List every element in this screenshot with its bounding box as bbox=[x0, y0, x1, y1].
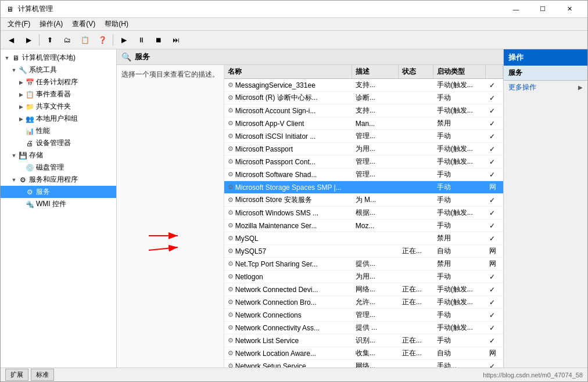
menu-view[interactable]: 查看(V) bbox=[67, 18, 100, 30]
table-row[interactable]: ⚙ Net.Tcp Port Sharing Ser... 提供... 禁用 网 bbox=[224, 258, 503, 271]
help-button[interactable]: ❓ bbox=[94, 33, 110, 48]
content-area: 🔍 服务 选择一个项目来查看它的描述。 名称 描述 状态 启动类型 bbox=[117, 49, 503, 367]
cell-startup: 手动(触发... bbox=[433, 104, 486, 117]
table-row[interactable]: ⚙ Microsoft Passport 为用... 手动(触发... ✓ bbox=[224, 143, 503, 156]
properties-button[interactable]: 📋 bbox=[77, 33, 93, 48]
cell-desc: 管理... bbox=[352, 309, 399, 321]
services-list[interactable]: 名称 描述 状态 启动类型 ⚙ MessagingService_331ee 支… bbox=[224, 65, 503, 367]
table-row[interactable]: ⚙ Microsoft Store 安装服务 为 M... 手动 ✓ bbox=[224, 194, 503, 207]
status-bar: 扩展 标准 https://blog.csdn.net/m0_47074_58 bbox=[1, 367, 587, 381]
tree-svc-label: 服务 bbox=[36, 187, 50, 197]
restart-button[interactable]: ⏭ bbox=[168, 33, 184, 48]
table-row[interactable]: ⚙ MySQL 禁用 ✓ bbox=[224, 232, 503, 245]
tree-wmi[interactable]: 🔩 WMI 控件 bbox=[1, 198, 116, 210]
table-row[interactable]: ⚙ Network List Service 识别... 正在... 手动 ✓ bbox=[224, 334, 503, 347]
tree-event-label: 事件查看器 bbox=[36, 89, 71, 99]
table-row[interactable]: ⚙ Microsoft Passport Cont... 管理... 手动(触发… bbox=[224, 156, 503, 168]
service-icon: ⚙ bbox=[228, 209, 234, 217]
table-row[interactable]: ⚙ Microsoft (R) 诊断中心标... 诊断... 手动 ✓ bbox=[224, 92, 503, 104]
stop-button[interactable]: ⏹ bbox=[150, 33, 167, 48]
back-button[interactable]: ◀ bbox=[3, 33, 19, 48]
tree-performance[interactable]: 📊 性能 bbox=[1, 125, 116, 137]
tree-shared-folders[interactable]: ▶ 📁 共享文件夹 bbox=[1, 100, 116, 113]
more-actions-item[interactable]: 更多操作 ▶ bbox=[504, 81, 587, 94]
up-button[interactable]: ⬆ bbox=[42, 33, 58, 48]
table-row[interactable]: ⚙ Mozilla Maintenance Ser... Moz... 手动 ✓ bbox=[224, 219, 503, 232]
tree-system-arrow: ▼ bbox=[10, 67, 18, 73]
perf-icon: 📊 bbox=[25, 127, 34, 136]
menu-file[interactable]: 文件(F) bbox=[3, 18, 35, 30]
tree-root[interactable]: ▼ 🖥 计算机管理(本地) bbox=[1, 52, 116, 64]
forward-button[interactable]: ▶ bbox=[20, 33, 37, 48]
cell-status bbox=[399, 207, 433, 219]
table-row[interactable]: ⚙ Network Connections 管理... 手动 ✓ bbox=[224, 309, 503, 322]
menu-help[interactable]: 帮助(H) bbox=[100, 18, 133, 30]
table-row[interactable]: ⚙ Microsoft Windows SMS ... 根据... 手动(触发.… bbox=[224, 207, 503, 219]
table-row[interactable]: ⚙ MySQL57 正在... 自动 网 bbox=[224, 245, 503, 258]
table-row[interactable]: ⚙ Network Location Aware... 收集... 正在... … bbox=[224, 347, 503, 360]
table-row[interactable]: ⚙ Network Connectivity Ass... 提供 ... 手动(… bbox=[224, 322, 503, 334]
cell-name: ⚙ Netlogon bbox=[224, 271, 352, 283]
cell-startup: 手动(触发... bbox=[433, 322, 486, 334]
table-row[interactable]: ⚙ Network Connection Bro... 允许... 正在... … bbox=[224, 296, 503, 309]
header-desc[interactable]: 描述 bbox=[352, 65, 399, 78]
tree-scheduler[interactable]: ▶ 📅 任务计划程序 bbox=[1, 76, 116, 88]
cell-startup: 手动 bbox=[433, 271, 486, 283]
cell-desc: 提供... bbox=[352, 258, 399, 270]
pause-button[interactable]: ⏸ bbox=[133, 33, 149, 48]
header-status[interactable]: 状态 bbox=[399, 65, 433, 78]
header-name[interactable]: 名称 bbox=[224, 65, 352, 78]
cell-startup: 手动(触发... bbox=[433, 143, 486, 155]
table-row[interactable]: ⚙ Microsoft Storage Spaces SMP |... 手动 网 bbox=[224, 181, 503, 194]
table-row[interactable]: ⚙ Microsoft App-V Client Man... 禁用 ✓ bbox=[224, 117, 503, 130]
table-row[interactable]: ⚙ Microsoft iSCSI Initiator ... 管理... 手动… bbox=[224, 130, 503, 143]
cell-desc: 管理... bbox=[352, 130, 399, 142]
cell-startup: 手动(触发... bbox=[433, 283, 486, 295]
cell-startup: 手动 bbox=[433, 181, 486, 193]
close-button[interactable]: ✕ bbox=[556, 1, 583, 18]
show-hide-button[interactable]: 🗂 bbox=[59, 33, 76, 48]
cell-extra: ✓ bbox=[486, 194, 503, 206]
service-icon: ⚙ bbox=[228, 311, 234, 319]
tree-event-viewer[interactable]: ▶ 📋 事件查看器 bbox=[1, 88, 116, 100]
tree-users-label: 本地用户和组 bbox=[36, 114, 78, 124]
disk-icon: 💿 bbox=[25, 163, 34, 172]
service-name: Network Connected Devi... bbox=[235, 286, 318, 294]
service-icon: ⚙ bbox=[228, 337, 234, 344]
table-row[interactable]: ⚙ Network Connected Devi... 网络... 正在... … bbox=[224, 283, 503, 296]
header-startup[interactable]: 启动类型 bbox=[433, 65, 486, 78]
tree-local-users[interactable]: ▶ 👥 本地用户和组 bbox=[1, 113, 116, 125]
tree-storage-label: 存储 bbox=[29, 150, 43, 160]
tree-device-manager[interactable]: 🖨 设备管理器 bbox=[1, 137, 116, 149]
cell-startup: 禁用 bbox=[433, 232, 486, 244]
service-icon: ⚙ bbox=[228, 273, 234, 280]
table-row[interactable]: ⚙ Microsoft Software Shad... 管理... 手动 ✓ bbox=[224, 168, 503, 181]
service-icon: ⚙ bbox=[228, 81, 234, 89]
table-row[interactable]: ⚙ Netlogon 为用... 手动 ✓ bbox=[224, 271, 503, 283]
tree-system-tools[interactable]: ▼ 🔧 系统工具 bbox=[1, 64, 116, 76]
table-row[interactable]: ⚙ MessagingService_331ee 支持... 手动(触发... … bbox=[224, 79, 503, 92]
minimize-button[interactable]: — bbox=[503, 1, 529, 18]
title-bar: 🖥 计算机管理 — ☐ ✕ bbox=[1, 1, 587, 18]
service-icon: ⚙ bbox=[228, 158, 234, 165]
tree-services[interactable]: ⚙ 服务 bbox=[1, 186, 116, 198]
service-name: Network List Service bbox=[235, 337, 299, 345]
table-row[interactable]: ⚙ Network Setup Service 网络... 手动... ✓ bbox=[224, 360, 503, 367]
service-name: MessagingService_331ee bbox=[235, 81, 315, 89]
tab-standard[interactable]: 标准 bbox=[31, 369, 54, 381]
cell-name: ⚙ Microsoft Passport bbox=[224, 143, 352, 155]
tree-disk-manager[interactable]: 💿 磁盘管理 bbox=[1, 161, 116, 174]
tab-expand[interactable]: 扩展 bbox=[5, 369, 28, 381]
tree-services-apps[interactable]: ▼ ⚙ 服务和应用程序 bbox=[1, 174, 116, 186]
event-icon: 📋 bbox=[25, 90, 34, 99]
maximize-button[interactable]: ☐ bbox=[529, 1, 556, 18]
service-icon: ⚙ bbox=[228, 260, 234, 268]
cell-name: ⚙ MySQL bbox=[224, 232, 352, 244]
cell-name: ⚙ Network Connections bbox=[224, 309, 352, 321]
tree-storage[interactable]: ▼ 💾 存储 bbox=[1, 149, 116, 161]
service-icon: ⚙ bbox=[228, 196, 234, 204]
table-row[interactable]: ⚙ Microsoft Account Sign-i... 支持... 手动(触… bbox=[224, 104, 503, 117]
menu-action[interactable]: 操作(A) bbox=[35, 18, 67, 30]
play-button[interactable]: ▶ bbox=[116, 33, 132, 48]
cell-extra: ✓ bbox=[486, 130, 503, 142]
